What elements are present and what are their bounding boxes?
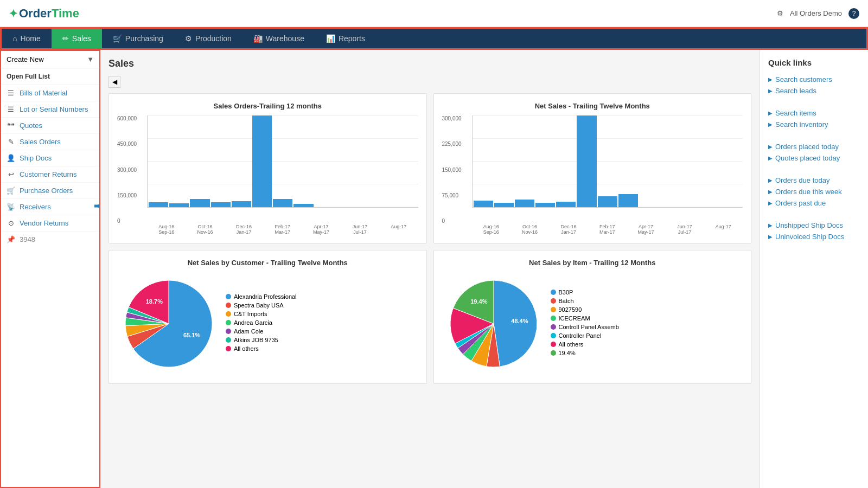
ql-label: Orders due today [775, 176, 829, 184]
content-title: Sales [108, 58, 134, 69]
pie-svg-net-sales-customer: 65.1%18.7% [123, 278, 215, 370]
content-area: Sales ◀ Sales Orders-Trailing 12 months0… [100, 50, 760, 488]
ql-arrow-icon: ▶ [768, 234, 773, 240]
chart-title-net-sales-trailing: Net Sales - Trailing Twelve Months [442, 102, 743, 110]
sidebar-item-customer-returns[interactable]: ↩Customer Returns [1, 166, 99, 183]
bar [252, 115, 272, 207]
nav-icon-warehouse: 🏭 [253, 34, 263, 43]
x-label: Nov-16 [510, 229, 549, 235]
nav-icon-reports: 📊 [326, 34, 335, 43]
legend-item: Adam Cole [226, 328, 297, 335]
x-label: Oct-16 [510, 224, 549, 229]
y-label: 225,000 [442, 141, 462, 147]
legend-label: ICECREAM [559, 315, 590, 322]
legend-dot [226, 311, 231, 317]
y-labels-net-sales-trailing: 075,000150,000225,000300,000 [442, 115, 462, 224]
nav-icon-purchasing: 🛒 [113, 34, 122, 43]
ql-item-3-2[interactable]: ▶Orders past due [768, 197, 860, 209]
nav-label-warehouse: Warehouse [266, 34, 304, 43]
sidebar-item-quotes[interactable]: ❝❝Quotes [1, 118, 99, 134]
y-label: 450,000 [117, 141, 137, 147]
sidebar-item-vendor-returns[interactable]: ⊙Vendor Returns [1, 215, 99, 232]
legend-dot [226, 320, 231, 325]
legend-item: Alexandria Professional [226, 293, 297, 300]
ql-arrow-icon: ▶ [768, 189, 773, 195]
x-label: Aug-16 [472, 224, 510, 229]
sidebar-label-customer-returns: Customer Returns [20, 170, 76, 178]
nav-item-production[interactable]: ⚙Production [174, 29, 242, 48]
sidebar-label-receivers: Receivers [20, 203, 51, 211]
y-labels-sales-orders-trailing: 0150,000300,000450,000600,000 [117, 115, 137, 224]
ql-item-0-1[interactable]: ▶Search leads [768, 85, 860, 97]
x-label: Aug-16 [147, 224, 186, 229]
nav-label-reports: Reports [339, 34, 365, 43]
sidebar-item-receivers[interactable]: 📡Receivers [1, 199, 99, 215]
quick-links-sections: ▶Search customers▶Search leads▶Search it… [768, 74, 860, 242]
bars-container-net-sales-trailing [473, 115, 743, 207]
legend-label: Batch [559, 298, 574, 304]
legend-label: All others [234, 345, 259, 352]
ql-arrow-icon: ▶ [768, 110, 773, 116]
legend-item: Controller Panel [551, 332, 619, 339]
ql-item-2-0[interactable]: ▶Orders placed today [768, 141, 860, 152]
sidebar-item-sales-orders[interactable]: ✎Sales Orders [1, 134, 99, 150]
logo-icon: ✦ [9, 7, 18, 20]
x-label: Jan-17 [549, 229, 588, 235]
ql-item-4-0[interactable]: ▶Unshipped Ship Docs [768, 220, 860, 231]
pie-area-net-sales-customer: 65.1%18.7%Alexandria ProfessionalSpectra… [117, 272, 418, 375]
sidebar-toggle-button[interactable]: ◀ [108, 76, 120, 88]
sidebar-item-ship-docs[interactable]: 👤Ship Docs [1, 150, 99, 166]
bar [598, 196, 617, 207]
x-label: Sep-16 [147, 229, 186, 235]
top-right: ⚙ All Orders Demo ? [777, 8, 859, 19]
nav-item-home[interactable]: ⌂Home [2, 29, 52, 48]
x-label: Feb-17 [263, 224, 302, 229]
x-label: Mar-17 [263, 229, 302, 235]
sidebar-item-purchase-orders[interactable]: 🛒Purchase Orders [1, 183, 99, 199]
ql-label: Search inventory [775, 120, 828, 129]
nav-item-purchasing[interactable]: 🛒Purchasing [102, 29, 174, 48]
y-label: 0 [442, 218, 462, 224]
legend-label: 9027590 [559, 306, 582, 313]
logo-time: Time [52, 7, 79, 21]
legend-dot [551, 298, 556, 304]
ql-item-2-1[interactable]: ▶Quotes placed today [768, 152, 860, 164]
sidebar-item-bills-of-material[interactable]: ☰Bills of Material [1, 85, 99, 101]
bar [169, 203, 189, 208]
sidebar-label-purchase-orders: Purchase Orders [20, 187, 73, 195]
x-label: Dec-16 [225, 224, 263, 229]
nav-item-reports[interactable]: 📊Reports [315, 29, 376, 48]
ql-item-1-0[interactable]: ▶Search items [768, 107, 860, 119]
sidebar-label-bills-of-material: Bills of Material [20, 89, 67, 97]
pie-area-net-sales-item: 48.4%19.4%B30PBatch9027590ICECREAMContro… [442, 272, 743, 375]
quick-links: Quick links ▶Search customers▶Search lea… [760, 50, 868, 488]
x-label: Jul-17 [341, 229, 379, 235]
ql-item-1-1[interactable]: ▶Search inventory [768, 119, 860, 130]
ql-item-3-0[interactable]: ▶Orders due today [768, 175, 860, 186]
pie-legend-net-sales-item: B30PBatch9027590ICECREAMControll Panel A… [551, 289, 619, 358]
create-new-button[interactable]: Create New ▼ [1, 51, 99, 68]
nav-item-warehouse[interactable]: 🏭Warehouse [242, 29, 315, 48]
y-label: 300,000 [442, 115, 462, 121]
x-label: May-17 [302, 229, 340, 235]
chart-title-sales-orders-trailing: Sales Orders-Trailing 12 months [117, 102, 418, 110]
ql-item-3-1[interactable]: ▶Orders due this week [768, 186, 860, 197]
help-icon[interactable]: ? [848, 8, 859, 19]
create-new-label: Create New [7, 55, 44, 63]
y-label: 300,000 [117, 167, 137, 173]
user-label[interactable]: All Orders Demo [790, 9, 842, 17]
ql-item-0-0[interactable]: ▶Search customers [768, 74, 860, 85]
legend-dot [226, 303, 231, 308]
legend-label: Andrea Garcia [234, 319, 272, 326]
ql-arrow-icon: ▶ [768, 76, 773, 82]
sidebar-label-quotes: Quotes [20, 121, 42, 130]
legend-label: B30P [559, 289, 573, 296]
legend-item: ICECREAM [551, 315, 619, 322]
nav-label-sales: Sales [72, 34, 91, 43]
legend-item: Batch [551, 298, 619, 304]
nav-item-sales[interactable]: ✏Sales [52, 29, 102, 48]
quick-links-title: Quick links [768, 58, 860, 67]
ql-item-4-1[interactable]: ▶Uninvoiced Ship Docs [768, 231, 860, 242]
legend-label: Spectra Baby USA [234, 302, 284, 309]
sidebar-item-lot-serial-numbers[interactable]: ☰Lot or Serial Numbers [1, 101, 99, 118]
